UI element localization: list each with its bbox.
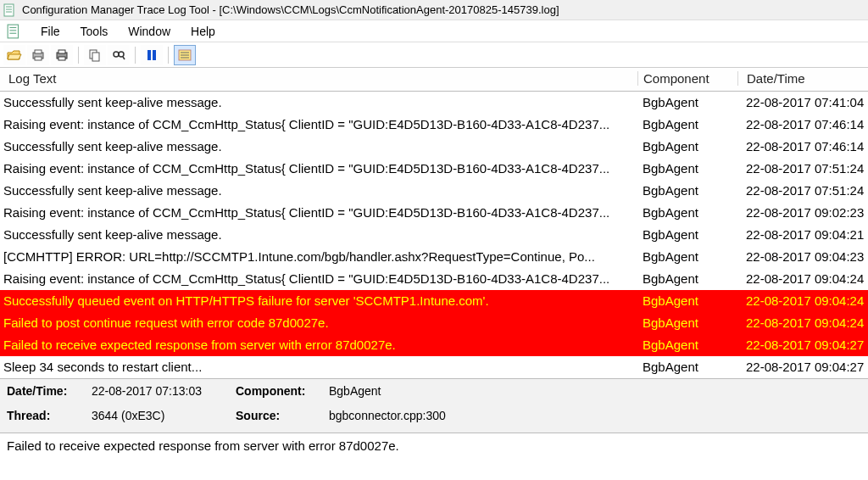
column-header-date[interactable]: Date/Time [737,71,868,86]
log-component: BgbAgent [637,92,737,114]
open-button[interactable] [3,45,25,65]
log-text: [CCMHTTP] ERROR: URL=http://SCCMTP1.Intu… [0,246,637,268]
doc-icon [7,24,22,39]
value-datetime: 22-08-2017 07:13:03 [92,384,236,405]
log-datetime: 22-08-2017 07:51:24 [737,180,868,202]
log-row[interactable]: Failed to receive expected response from… [0,334,868,356]
title-bar: Configuration Manager Trace Log Tool - [… [0,0,868,20]
log-list[interactable]: Successfully sent keep-alive message.Bgb… [0,92,868,378]
log-row[interactable]: Successfully sent keep-alive message.Bgb… [0,180,868,202]
log-text: Raising event: instance of CCM_CcmHttp_S… [0,268,637,290]
log-row[interactable]: Successfully queued event on HTTP/HTTPS … [0,290,868,312]
find-button[interactable] [108,45,130,65]
pause-button[interactable] [141,45,163,65]
value-thread: 3644 (0xE3C) [92,409,236,430]
svg-point-16 [114,52,119,57]
log-component: BgbAgent [637,246,737,268]
log-component: BgbAgent [637,136,737,158]
svg-rect-0 [4,4,14,16]
log-component: BgbAgent [637,268,737,290]
print-setup-button[interactable] [27,45,49,65]
svg-rect-20 [153,50,156,60]
log-datetime: 22-08-2017 09:04:24 [737,290,868,312]
menu-window[interactable]: Window [120,23,179,40]
menu-bar: File Tools Window Help [0,20,868,42]
log-text: Sleep 34 seconds to restart client... [0,356,637,378]
copy-button[interactable] [84,45,106,65]
svg-rect-10 [35,57,42,60]
svg-rect-15 [92,53,99,61]
menu-help[interactable]: Help [182,23,224,40]
log-component: BgbAgent [637,312,737,334]
log-component: BgbAgent [637,180,737,202]
column-headers: Log Text Component Date/Time [0,68,868,92]
menu-tools[interactable]: Tools [72,23,117,40]
log-component: BgbAgent [637,114,737,136]
log-datetime: 22-08-2017 07:41:04 [737,92,868,114]
log-datetime: 22-08-2017 09:04:27 [737,334,868,356]
details-pane: Date/Time: 22-08-2017 07:13:03 Component… [0,378,868,433]
log-row[interactable]: Sleep 34 seconds to restart client...Bgb… [0,356,868,378]
toolbar-separator [78,47,79,64]
log-row[interactable]: Failed to post continue request with err… [0,312,868,334]
message-pane: Failed to receive expected response from… [0,433,868,460]
svg-line-18 [123,57,125,59]
log-datetime: 22-08-2017 09:02:23 [737,202,868,224]
log-row[interactable]: Successfully sent keep-alive message.Bgb… [0,136,868,158]
log-row[interactable]: Successfully sent keep-alive message.Bgb… [0,224,868,246]
label-datetime: Date/Time: [7,384,92,405]
log-datetime: 22-08-2017 09:04:27 [737,356,868,378]
log-row[interactable]: Successfully sent keep-alive message.Bgb… [0,92,868,114]
log-text: Failed to receive expected response from… [0,334,637,356]
log-datetime: 22-08-2017 07:46:14 [737,114,868,136]
log-component: BgbAgent [637,290,737,312]
value-source: bgbconnector.cpp:300 [329,409,549,430]
toolbar-separator [135,47,136,64]
log-text: Successfully sent keep-alive message. [0,224,637,246]
highlight-button[interactable] [174,45,196,65]
log-datetime: 22-08-2017 09:04:21 [737,224,868,246]
label-component: Component: [236,384,329,405]
log-component: BgbAgent [637,202,737,224]
menu-file[interactable]: File [32,23,69,40]
log-datetime: 22-08-2017 07:46:14 [737,136,868,158]
svg-rect-13 [58,57,65,60]
log-datetime: 22-08-2017 09:04:23 [737,246,868,268]
log-datetime: 22-08-2017 09:04:24 [737,312,868,334]
log-component: BgbAgent [637,334,737,356]
log-datetime: 22-08-2017 09:04:24 [737,268,868,290]
svg-rect-19 [147,50,151,60]
log-row[interactable]: Raising event: instance of CCM_CcmHttp_S… [0,114,868,136]
value-component: BgbAgent [329,384,549,405]
label-source: Source: [236,409,329,430]
toolbar-separator [168,47,169,64]
log-component: BgbAgent [637,158,737,180]
log-text: Raising event: instance of CCM_CcmHttp_S… [0,114,637,136]
log-component: BgbAgent [637,224,737,246]
column-header-comp[interactable]: Component [637,71,737,86]
label-thread: Thread: [7,409,92,430]
log-text: Raising event: instance of CCM_CcmHttp_S… [0,158,637,180]
log-text: Successfully sent keep-alive message. [0,180,637,202]
log-text: Successfully queued event on HTTP/HTTPS … [0,290,637,312]
app-icon [3,3,17,17]
log-text: Raising event: instance of CCM_CcmHttp_S… [0,202,637,224]
log-row[interactable]: Raising event: instance of CCM_CcmHttp_S… [0,202,868,224]
svg-point-17 [119,52,124,57]
log-row[interactable]: [CCMHTTP] ERROR: URL=http://SCCMTP1.Intu… [0,246,868,268]
log-text: Successfully sent keep-alive message. [0,136,637,158]
window-title: Configuration Manager Trace Log Tool - [… [22,3,559,16]
svg-rect-4 [8,25,18,38]
log-text: Successfully sent keep-alive message. [0,92,637,114]
column-header-log[interactable]: Log Text [0,71,637,86]
toolbar [0,42,868,68]
svg-rect-9 [35,50,42,53]
print-button[interactable] [51,45,73,65]
log-datetime: 22-08-2017 07:51:24 [737,158,868,180]
log-component: BgbAgent [637,356,737,378]
log-row[interactable]: Raising event: instance of CCM_CcmHttp_S… [0,268,868,290]
log-row[interactable]: Raising event: instance of CCM_CcmHttp_S… [0,158,868,180]
svg-rect-12 [58,50,65,53]
log-text: Failed to post continue request with err… [0,312,637,334]
